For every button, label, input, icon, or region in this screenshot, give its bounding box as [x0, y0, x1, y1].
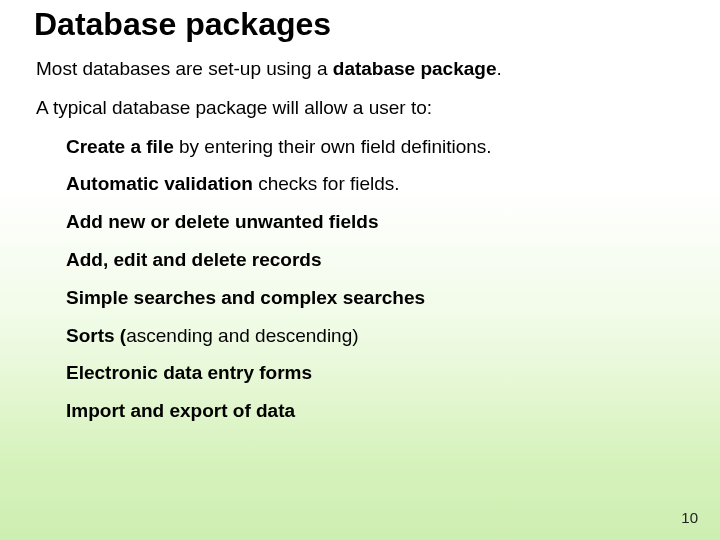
list-item: Sorts (ascending and descending) — [66, 325, 676, 348]
feature-list: Create a file by entering their own fiel… — [66, 136, 676, 423]
text: . — [497, 58, 502, 79]
text-bold: Automatic validation — [66, 173, 253, 194]
slide-body: Most databases are set-up using a databa… — [36, 58, 676, 438]
page-number: 10 — [681, 509, 698, 526]
text: checks for fields. — [253, 173, 400, 194]
list-item: Electronic data entry forms — [66, 362, 676, 385]
text: by entering their own field definitions. — [174, 136, 492, 157]
intro-line-1: Most databases are set-up using a databa… — [36, 58, 676, 81]
list-item: Add, edit and delete records — [66, 249, 676, 272]
slide-title: Database packages — [34, 6, 331, 43]
list-item: Create a file by entering their own fiel… — [66, 136, 676, 159]
text: Most databases are set-up using a — [36, 58, 333, 79]
text-bold: Sorts ( — [66, 325, 126, 346]
text-bold: Simple searches and complex searches — [66, 287, 425, 308]
text-bold: database package — [333, 58, 497, 79]
text-bold: Create a file — [66, 136, 174, 157]
text-bold: Electronic data entry forms — [66, 362, 312, 383]
text-bold: Add, edit and delete records — [66, 249, 322, 270]
list-item: Simple searches and complex searches — [66, 287, 676, 310]
text-bold: Add new or delete unwanted fields — [66, 211, 378, 232]
list-item: Add new or delete unwanted fields — [66, 211, 676, 234]
text-bold: Import and export of data — [66, 400, 295, 421]
text: ascending and descending) — [126, 325, 358, 346]
list-item: Import and export of data — [66, 400, 676, 423]
slide: Database packages Most databases are set… — [0, 0, 720, 540]
list-item: Automatic validation checks for fields. — [66, 173, 676, 196]
intro-line-2: A typical database package will allow a … — [36, 97, 676, 120]
